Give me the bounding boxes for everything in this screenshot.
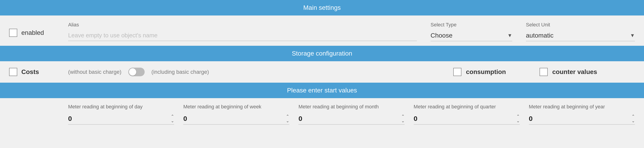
unit-section: Select Unit automatic ▼ — [526, 22, 635, 41]
alias-section: Alias — [68, 22, 430, 41]
select-unit-arrow[interactable]: ▼ — [630, 33, 635, 38]
consumption-label: consumption — [466, 68, 506, 76]
counter-section: counter values — [540, 68, 635, 76]
without-basic-label: (without basic charge) — [68, 69, 122, 75]
meter-field-week: Meter reading at beginning of week 0 ⌃ ⌄ — [183, 104, 298, 125]
select-type-label: Select Type — [430, 22, 512, 28]
select-unit-label: Select Unit — [526, 22, 635, 28]
spinner-up-quarter[interactable]: ⌃ — [516, 114, 520, 118]
meter-label-month: Meter reading at beginning of month — [298, 104, 404, 110]
spinner-up-week[interactable]: ⌃ — [286, 114, 289, 118]
meter-input-month: 0 ⌃ ⌄ — [298, 113, 404, 125]
meter-input-day: 0 ⌃ ⌄ — [68, 113, 174, 125]
spinner-down-quarter[interactable]: ⌄ — [516, 119, 520, 123]
costs-section: Costs — [9, 68, 68, 76]
meter-label-week: Meter reading at beginning of week — [183, 104, 289, 110]
meter-label-year: Meter reading at beginning of year — [529, 104, 635, 110]
counter-checkbox[interactable] — [540, 68, 548, 76]
spinner-up-year[interactable]: ⌃ — [632, 114, 635, 118]
main-settings-header: Main settings — [0, 0, 644, 16]
spinner-down-day[interactable]: ⌄ — [171, 119, 174, 123]
meter-field-day: Meter reading at beginning of day 0 ⌃ ⌄ — [68, 104, 183, 125]
spinner-day[interactable]: ⌃ ⌄ — [171, 114, 174, 123]
spinner-down-week[interactable]: ⌄ — [286, 119, 289, 123]
meter-value-day: 0 — [68, 115, 171, 122]
enabled-checkbox[interactable] — [9, 29, 17, 37]
enabled-label: enabled — [21, 29, 44, 36]
spinner-month[interactable]: ⌃ ⌄ — [401, 114, 405, 123]
basic-charge-toggle[interactable] — [128, 68, 145, 76]
spinner-up-month[interactable]: ⌃ — [401, 114, 405, 118]
consumption-checkbox[interactable] — [453, 68, 462, 76]
spinner-quarter[interactable]: ⌃ ⌄ — [516, 114, 520, 123]
meter-field-month: Meter reading at beginning of month 0 ⌃ … — [298, 104, 414, 125]
enabled-section: enabled — [9, 22, 68, 37]
meter-label-day: Meter reading at beginning of day — [68, 104, 174, 110]
meter-value-quarter: 0 — [414, 115, 516, 122]
costs-label: Costs — [21, 68, 39, 76]
consumption-section: consumption — [453, 68, 540, 76]
select-type-arrow[interactable]: ▼ — [507, 33, 512, 38]
type-section: Select Type Choose ▼ — [430, 22, 526, 41]
alias-label: Alias — [68, 22, 417, 28]
start-values-header: Please enter start values — [0, 83, 644, 98]
meter-field-quarter: Meter reading at beginning of quarter 0 … — [414, 104, 529, 125]
spinner-week[interactable]: ⌃ ⌄ — [286, 114, 289, 123]
storage-row: Costs (without basic charge) (including … — [0, 61, 644, 83]
select-unit-dropdown[interactable]: automatic ▼ — [526, 30, 635, 41]
spinner-down-year[interactable]: ⌄ — [632, 119, 635, 123]
meter-label-quarter: Meter reading at beginning of quarter — [414, 104, 520, 110]
meter-value-year: 0 — [529, 115, 632, 122]
main-container: Main settings enabled Alias Select Type … — [0, 0, 644, 131]
toggle-knob — [129, 68, 136, 76]
including-basic-label: (including basic charge) — [152, 69, 209, 75]
select-type-value: Choose — [430, 32, 507, 39]
main-settings-row: enabled Alias Select Type Choose ▼ Selec… — [0, 16, 644, 46]
spinner-year[interactable]: ⌃ ⌄ — [632, 114, 635, 123]
select-type-dropdown[interactable]: Choose ▼ — [430, 30, 512, 41]
storage-config-header: Storage configuration — [0, 46, 644, 61]
meter-input-week: 0 ⌃ ⌄ — [183, 113, 289, 125]
counter-label: counter values — [552, 68, 597, 76]
meter-input-year: 0 ⌃ ⌄ — [529, 113, 635, 125]
select-unit-value: automatic — [526, 32, 630, 39]
meter-value-week: 0 — [183, 115, 286, 122]
meter-input-quarter: 0 ⌃ ⌄ — [414, 113, 520, 125]
spinner-down-month[interactable]: ⌄ — [401, 119, 405, 123]
basic-charge-section: (without basic charge) (including basic … — [68, 68, 453, 76]
meter-field-year: Meter reading at beginning of year 0 ⌃ ⌄ — [529, 104, 635, 125]
costs-checkbox[interactable] — [9, 68, 17, 76]
meter-value-month: 0 — [298, 115, 401, 122]
spinner-up-day[interactable]: ⌃ — [171, 114, 174, 118]
alias-input[interactable] — [68, 30, 417, 41]
start-values-row: Meter reading at beginning of day 0 ⌃ ⌄ … — [0, 98, 644, 131]
